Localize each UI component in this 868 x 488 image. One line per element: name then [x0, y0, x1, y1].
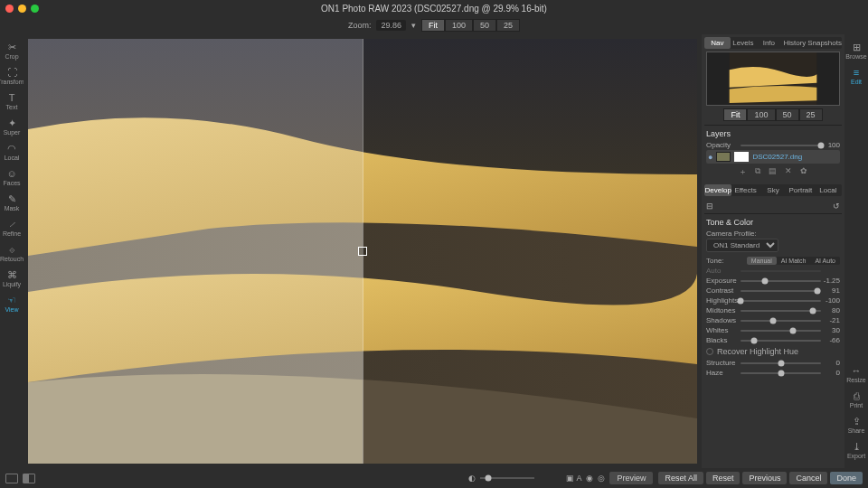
- add-layer-icon[interactable]: ＋: [739, 166, 747, 178]
- layer-mask-icon: [734, 152, 749, 162]
- sparkle-icon: ✦: [8, 117, 16, 128]
- left-toolbar: ✂Crop ⛶Transform TText ✦Super ◠Local ☺Fa…: [0, 34, 24, 468]
- reset-all-button[interactable]: Reset All: [658, 472, 703, 484]
- cancel-button[interactable]: Cancel: [789, 472, 827, 484]
- face-icon: ☺: [6, 168, 16, 179]
- zoom-toolbar: Zoom: 29.86 ▾ Fit 100 50 25: [0, 16, 868, 34]
- module-print[interactable]: ⎙Print: [845, 387, 867, 412]
- mask-a-icon[interactable]: ▣ A: [566, 474, 581, 483]
- blacks-slider[interactable]: [741, 340, 821, 342]
- module-resize[interactable]: ↔Resize: [845, 361, 867, 387]
- preview-button[interactable]: Preview: [609, 472, 653, 484]
- nav-100-button[interactable]: 100: [747, 108, 775, 121]
- zoom-fit-button[interactable]: Fit: [421, 19, 445, 32]
- mode-manual[interactable]: Manual: [747, 257, 777, 265]
- reset-button[interactable]: Reset: [706, 472, 741, 484]
- module-export[interactable]: ⤓Export: [845, 437, 867, 463]
- shadows-value: -21: [824, 316, 840, 324]
- tab-info[interactable]: Info: [756, 37, 782, 49]
- tab-develop[interactable]: Develop: [704, 184, 731, 196]
- tool-faces[interactable]: ☺Faces: [1, 164, 23, 190]
- export-icon: ⤓: [853, 441, 861, 452]
- highlights-slider[interactable]: [741, 300, 821, 302]
- tool-super[interactable]: ✦Super: [1, 114, 23, 139]
- midtones-value: 80: [824, 306, 840, 314]
- close-icon[interactable]: [5, 5, 14, 13]
- layers-title: Layers: [706, 127, 840, 140]
- zoom-value[interactable]: 29.86: [376, 20, 406, 31]
- exposure-slider[interactable]: [741, 280, 821, 282]
- shadows-label: Shadows: [706, 316, 738, 324]
- tool-text[interactable]: TText: [1, 89, 23, 114]
- tab-levels[interactable]: Levels: [731, 37, 757, 49]
- text-icon: T: [9, 92, 15, 103]
- camera-profile-select[interactable]: ON1 Standard: [706, 239, 778, 252]
- view-single-icon[interactable]: [5, 474, 18, 483]
- resize-icon: ↔: [852, 365, 862, 376]
- maximize-icon[interactable]: [31, 5, 39, 13]
- tool-local[interactable]: ◠Local: [1, 139, 23, 164]
- shadows-slider[interactable]: [741, 320, 821, 322]
- recover-hue-checkbox[interactable]: [706, 348, 713, 355]
- clipping-icon[interactable]: ◉: [586, 474, 593, 483]
- tab-snapshots[interactable]: Snapshots: [807, 37, 842, 49]
- visibility-icon[interactable]: ●: [708, 153, 712, 162]
- compare-split-handle[interactable]: [358, 247, 367, 256]
- mode-aimatch[interactable]: AI Match: [777, 257, 811, 265]
- opacity-slider[interactable]: [741, 145, 821, 146]
- transform-icon: ⛶: [7, 67, 17, 78]
- module-browse[interactable]: ⊞Browse: [845, 38, 867, 63]
- layer-settings-icon[interactable]: ✿: [800, 166, 807, 178]
- tool-transform[interactable]: ⛶Transform: [1, 63, 23, 89]
- haze-slider[interactable]: [741, 372, 821, 374]
- mode-aiauto[interactable]: AI Auto: [810, 257, 840, 265]
- mask-icon: ✎: [8, 193, 16, 204]
- navigator-thumbnail[interactable]: [706, 52, 840, 106]
- softproof-icon[interactable]: ◐: [468, 474, 476, 483]
- tool-mask[interactable]: ✎Mask: [1, 190, 23, 215]
- layer-item[interactable]: ● DSC02527.dng: [706, 150, 840, 164]
- nav-fit-button[interactable]: Fit: [723, 108, 747, 121]
- midtones-slider[interactable]: [741, 310, 821, 312]
- tab-history[interactable]: History: [782, 37, 808, 49]
- contrast-label: Contrast: [706, 286, 738, 295]
- structure-slider[interactable]: [741, 362, 821, 364]
- tool-crop[interactable]: ✂Crop: [1, 38, 23, 63]
- nav-25-button[interactable]: 25: [799, 108, 823, 121]
- module-toolbar: ⊞Browse ≡Edit ↔Resize ⎙Print ⇪Share ⤓Exp…: [844, 34, 868, 468]
- zoom-100-button[interactable]: 100: [445, 19, 473, 32]
- whites-slider[interactable]: [741, 330, 821, 332]
- tab-nav[interactable]: Nav: [704, 37, 731, 49]
- tab-portrait[interactable]: Portrait: [787, 184, 814, 196]
- tool-view[interactable]: ☜View: [1, 291, 23, 316]
- reset-panel-icon[interactable]: ↺: [833, 202, 840, 211]
- tone-color-panel: Tone & Color Camera Profile: ON1 Standar…: [704, 213, 842, 381]
- module-share[interactable]: ⇪Share: [845, 412, 867, 437]
- nav-50-button[interactable]: 50: [776, 108, 799, 121]
- contrast-slider[interactable]: [741, 290, 821, 292]
- tone-label: Tone:: [706, 257, 738, 265]
- done-button[interactable]: Done: [830, 472, 863, 484]
- structure-label: Structure: [706, 359, 738, 367]
- liquify-icon: ⌘: [7, 269, 17, 280]
- tab-sky[interactable]: Sky: [760, 184, 787, 196]
- delete-layer-icon[interactable]: ✕: [785, 166, 792, 178]
- minimize-icon[interactable]: [18, 5, 26, 13]
- zoom-50-button[interactable]: 50: [473, 19, 496, 32]
- image-preview[interactable]: [28, 39, 697, 464]
- tab-effects[interactable]: Effects: [731, 184, 759, 196]
- zoom-25-button[interactable]: 25: [496, 19, 520, 32]
- view-compare-icon[interactable]: [23, 474, 35, 483]
- duplicate-layer-icon[interactable]: ⧉: [755, 166, 760, 178]
- tool-refine[interactable]: ⟋Refine: [1, 215, 23, 240]
- brush-icon: ◠: [7, 143, 16, 154]
- module-edit[interactable]: ≡Edit: [845, 63, 867, 89]
- previous-button[interactable]: Previous: [742, 472, 787, 484]
- merge-layer-icon[interactable]: ▤: [769, 166, 777, 178]
- info-overlay-icon[interactable]: ◎: [598, 474, 605, 483]
- tab-local[interactable]: Local: [815, 184, 842, 196]
- tool-liquify[interactable]: ⌘Liquify: [1, 266, 23, 291]
- tool-retouch[interactable]: ⟐Retouch: [1, 240, 23, 266]
- collapse-icon[interactable]: ⊟: [706, 202, 713, 211]
- tone-mode-segmented: Manual AI Match AI Auto: [747, 257, 840, 265]
